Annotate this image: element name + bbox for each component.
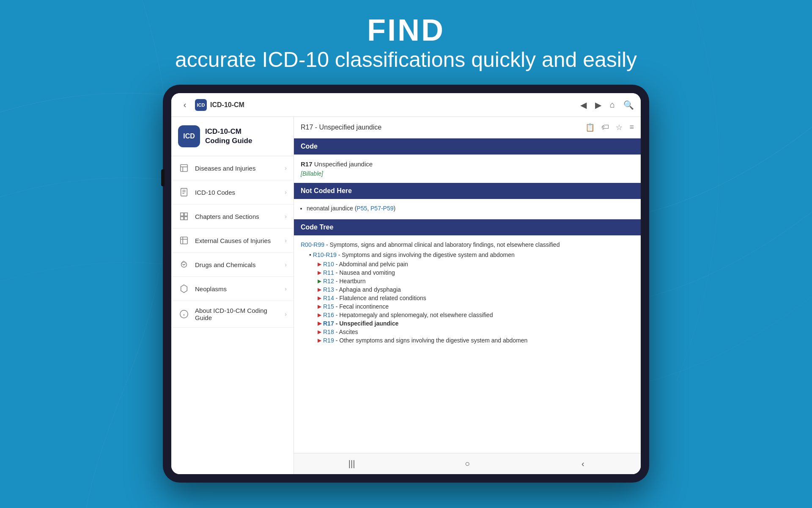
billable-badge: [Billable] [301, 170, 634, 177]
arrow-icon: ▶ [318, 295, 321, 301]
sidebar-item-about[interactable]: About ICD-10-CM Coding Guide › [171, 301, 294, 328]
tablet: ‹ ICD ICD-10-CM ◀ ▶ ⌂ 🔍 ICD [163, 85, 649, 483]
diseases-icon [178, 162, 190, 174]
chapters-icon [178, 210, 190, 222]
svg-rect-8 [184, 213, 187, 216]
tree-item-r18: ▶ R18 - Ascites [318, 329, 634, 335]
chevron-icon: › [285, 237, 287, 244]
sidebar-item-diseases[interactable]: Diseases and Injuries › [171, 156, 294, 180]
icd10-label: ICD-10 Codes [195, 189, 280, 196]
drugs-icon [178, 259, 190, 271]
drugs-label: Drugs and Chemicals [195, 261, 280, 268]
star-icon[interactable]: ☆ [616, 123, 623, 132]
sidebar-item-icd10[interactable]: ICD-10 Codes › [171, 180, 294, 204]
detail-panel: R17 - Unspecified jaundice 📋 🏷 ☆ ≡ Code [294, 117, 641, 474]
arrow-icon: ▶ [318, 320, 321, 326]
bottom-home-button[interactable]: ○ [455, 459, 480, 469]
link-r11[interactable]: R11 [323, 269, 334, 276]
about-icon [178, 308, 190, 320]
arrow-icon: ▶ [318, 270, 321, 276]
side-button [161, 169, 165, 186]
link-r10[interactable]: R10 [323, 261, 334, 268]
tag-icon[interactable]: 🏷 [601, 123, 609, 132]
arrow-icon: ▶ [318, 304, 321, 309]
svg-rect-9 [181, 217, 184, 220]
external-label: External Causes of Injuries [195, 237, 280, 244]
app-logo-small: ICD [195, 99, 207, 111]
sidebar-item-chapters[interactable]: Chapters and Sections › [171, 204, 294, 229]
tree-item-r14: ▶ R14 - Flatulence and related condition… [318, 295, 634, 301]
app-title-line2: Coding Guide [205, 137, 252, 145]
tree-item-r16: ▶ R16 - Hepatomegaly and splenomegaly, n… [318, 312, 634, 318]
not-coded-list: neonatal jaundice (P55, P57-P59) [294, 199, 641, 219]
sidebar: ICD ICD-10-CM Coding Guide [171, 117, 294, 474]
link-r12[interactable]: R12 [323, 278, 334, 284]
code-tree-root: R00-R99 - Symptoms, signs and abnormal c… [301, 241, 634, 248]
bottom-nav: ||| ○ ‹ [294, 453, 641, 474]
chevron-icon: › [285, 189, 287, 196]
header-line2: accurate ICD-10 classifications quickly … [0, 47, 812, 72]
sidebar-nav: Diseases and Injuries › ICD-10 Codes [171, 156, 294, 474]
svg-rect-3 [181, 188, 187, 196]
sidebar-header: ICD ICD-10-CM Coding Guide [171, 117, 294, 156]
back-button[interactable]: ‹ [178, 98, 192, 112]
notes-icon[interactable]: 📋 [585, 123, 595, 132]
link-r14[interactable]: R14 [323, 295, 334, 301]
link-r15[interactable]: R15 [323, 303, 334, 310]
tree-item-r11: ▶ R11 - Nausea and vomiting [318, 269, 634, 276]
prev-icon[interactable]: ◀ [580, 100, 587, 110]
code-value: R17 [301, 160, 313, 168]
code-main: R17 Unspecified jaundice [301, 160, 634, 168]
bottom-menu-button[interactable]: ||| [339, 459, 365, 469]
code-description: Unspecified jaundice [314, 160, 373, 168]
link-r10-r19[interactable]: R10-R19 [313, 251, 337, 258]
not-coded-text: neonatal jaundice ( [307, 205, 357, 212]
link-r13[interactable]: R13 [323, 286, 334, 293]
menu-icon[interactable]: ≡ [629, 123, 634, 132]
tree-item-r10: ▶ R10 - Abdominal and pelvic pain [318, 261, 634, 268]
svg-rect-10 [184, 217, 187, 220]
sidebar-item-neoplasms[interactable]: Neoplasms › [171, 277, 294, 301]
diseases-label: Diseases and Injuries [195, 165, 280, 172]
not-coded-section-header: Not Coded Here [294, 183, 641, 199]
chevron-icon: › [285, 311, 287, 318]
link-r00-r99[interactable]: R00-R99 [301, 241, 324, 248]
tree-item-r19: ▶ R19 - Other symptoms and signs involvi… [318, 337, 634, 344]
link-r19[interactable]: R19 [323, 337, 334, 344]
about-label: About ICD-10-CM Coding Guide [195, 307, 280, 321]
arrow-icon: ▶ [318, 287, 321, 293]
next-icon[interactable]: ▶ [595, 100, 601, 110]
chapters-label: Chapters and Sections [195, 213, 280, 220]
code-tree-level1: • R10-R19 - Symptoms and signs involving… [309, 251, 634, 258]
top-bar-right: ◀ ▶ ⌂ 🔍 [580, 100, 634, 110]
chevron-icon: › [285, 165, 287, 171]
code-tree-content: R00-R99 - Symptoms, signs and abnormal c… [294, 235, 641, 351]
tree-item-r13: ▶ R13 - Aphagia and dysphagia [318, 286, 634, 293]
header-line1: FIND [0, 13, 812, 47]
code-section-content: R17 Unspecified jaundice [Billable] [294, 155, 641, 183]
code-tree-section-header: Code Tree [294, 219, 641, 235]
link-r17[interactable]: R17 [323, 320, 334, 327]
page-header: FIND accurate ICD-10 classifications qui… [0, 0, 812, 80]
sidebar-item-drugs[interactable]: Drugs and Chemicals › [171, 253, 294, 277]
chevron-icon: › [285, 285, 287, 292]
app-title-line1: ICD-10-CM [205, 127, 241, 135]
not-coded-item: neonatal jaundice (P55, P57-P59) [307, 205, 634, 212]
arrow-icon: ▶ [318, 312, 321, 318]
detail-header-icons: 📋 🏷 ☆ ≡ [585, 123, 634, 132]
link-p57-p59[interactable]: P57-P59 [370, 205, 393, 212]
link-r16[interactable]: R16 [323, 312, 334, 318]
home-icon[interactable]: ⌂ [610, 100, 615, 110]
svg-marker-13 [181, 285, 187, 293]
neoplasms-label: Neoplasms [195, 285, 280, 293]
arrow-icon: ▶ [318, 278, 321, 284]
app-title-block: ICD-10-CM Coding Guide [205, 127, 252, 146]
sidebar-item-external[interactable]: External Causes of Injuries › [171, 229, 294, 253]
link-r18[interactable]: R18 [323, 329, 334, 335]
link-p55[interactable]: P55 [357, 205, 367, 212]
bottom-back-button[interactable]: ‹ [570, 459, 595, 469]
external-icon [178, 235, 190, 246]
detail-header: R17 - Unspecified jaundice 📋 🏷 ☆ ≡ [294, 117, 641, 138]
search-icon[interactable]: 🔍 [623, 100, 634, 110]
arrow-icon: ▶ [318, 329, 321, 335]
